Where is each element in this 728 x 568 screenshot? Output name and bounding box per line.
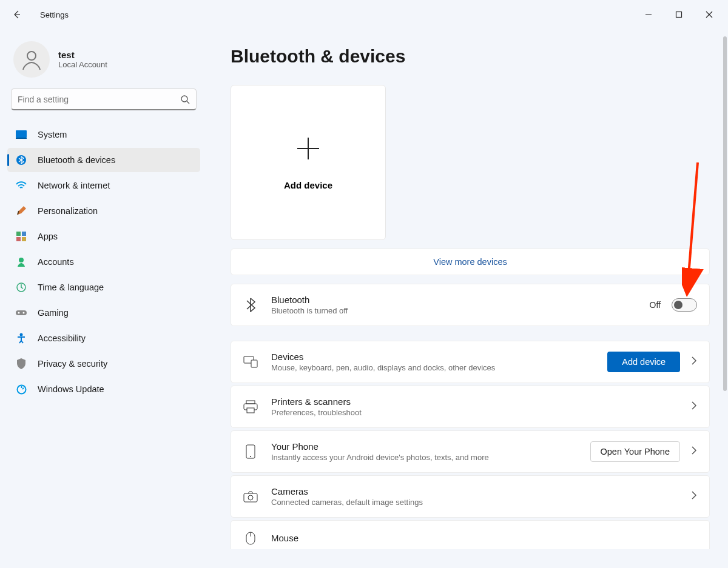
row-title: Printers & scanners bbox=[271, 396, 678, 407]
devices-icon bbox=[243, 356, 258, 368]
row-title: Cameras bbox=[271, 486, 678, 496]
svg-point-13 bbox=[18, 312, 20, 314]
titlebar: Settings bbox=[0, 0, 728, 29]
person-icon bbox=[20, 48, 43, 71]
close-button[interactable] bbox=[695, 5, 723, 24]
nav-label: Apps bbox=[38, 232, 58, 241]
sidebar-item-bluetooth-devices[interactable]: Bluetooth & devices bbox=[7, 148, 200, 172]
nav-label: System bbox=[38, 130, 67, 139]
scrollbar[interactable] bbox=[723, 36, 727, 391]
printer-icon bbox=[243, 400, 258, 413]
nav-label: Time & language bbox=[38, 282, 104, 292]
row-title: Your Phone bbox=[271, 441, 577, 452]
svg-point-23 bbox=[250, 456, 251, 457]
nav-label: Bluetooth & devices bbox=[38, 155, 115, 165]
search-input[interactable] bbox=[11, 89, 197, 110]
svg-rect-9 bbox=[22, 237, 26, 241]
devices-row[interactable]: Devices Mouse, keyboard, pen, audio, dis… bbox=[231, 341, 710, 383]
display-icon bbox=[16, 129, 27, 140]
minimize-button[interactable] bbox=[635, 5, 662, 24]
window-controls bbox=[635, 5, 723, 24]
row-title: Mouse bbox=[271, 533, 697, 543]
account-name: test bbox=[58, 50, 107, 60]
paintbrush-icon bbox=[16, 205, 27, 216]
chevron-right-icon bbox=[691, 356, 697, 368]
nav-label: Personalization bbox=[38, 206, 98, 216]
sidebar-item-time-language[interactable]: Time & language bbox=[7, 275, 200, 299]
clock-globe-icon bbox=[16, 282, 27, 293]
sidebar-item-gaming[interactable]: Gaming bbox=[7, 301, 200, 325]
svg-point-2 bbox=[181, 96, 187, 102]
open-your-phone-button[interactable]: Open Your Phone bbox=[590, 441, 681, 462]
shield-icon bbox=[16, 358, 27, 369]
update-icon bbox=[16, 384, 27, 395]
nav-list: System Bluetooth & devices Network & int… bbox=[7, 122, 200, 401]
search-field[interactable] bbox=[18, 95, 180, 104]
nav-label: Windows Update bbox=[38, 384, 104, 394]
sidebar-item-system[interactable]: System bbox=[7, 122, 200, 147]
svg-rect-12 bbox=[16, 310, 27, 315]
svg-rect-7 bbox=[22, 232, 26, 236]
sidebar-item-network[interactable]: Network & internet bbox=[7, 173, 200, 198]
row-sub: Bluetooth is turned off bbox=[271, 306, 636, 315]
account-icon bbox=[16, 256, 27, 267]
add-device-card[interactable]: Add device bbox=[231, 85, 386, 240]
sidebar-item-accessibility[interactable]: Accessibility bbox=[7, 326, 200, 350]
sidebar-item-apps[interactable]: Apps bbox=[7, 224, 200, 249]
sidebar-item-accounts[interactable]: Accounts bbox=[7, 250, 200, 274]
row-sub: Instantly access your Android device's p… bbox=[271, 453, 577, 462]
nav-label: Network & internet bbox=[38, 181, 110, 190]
bluetooth-icon bbox=[16, 155, 27, 165]
svg-point-25 bbox=[248, 495, 253, 500]
printers-row[interactable]: Printers & scanners Preferences, trouble… bbox=[231, 386, 710, 428]
view-more-devices-link[interactable]: View more devices bbox=[231, 249, 710, 275]
window-title: Settings bbox=[40, 10, 69, 19]
svg-rect-18 bbox=[251, 360, 257, 367]
chevron-right-icon bbox=[691, 446, 697, 458]
svg-point-1 bbox=[27, 52, 36, 60]
chevron-right-icon bbox=[691, 401, 697, 413]
bluetooth-toggle[interactable] bbox=[672, 298, 697, 312]
sidebar-item-windows-update[interactable]: Windows Update bbox=[7, 377, 200, 401]
account-sub: Local Account bbox=[58, 60, 107, 69]
arrow-left-icon bbox=[12, 10, 22, 19]
accessibility-icon bbox=[16, 333, 27, 344]
wifi-icon bbox=[16, 180, 27, 191]
svg-rect-0 bbox=[676, 12, 682, 18]
nav-label: Gaming bbox=[38, 308, 69, 318]
cameras-row[interactable]: Cameras Connected cameras, default image… bbox=[231, 475, 710, 518]
account-block[interactable]: test Local Account bbox=[7, 35, 200, 89]
svg-rect-24 bbox=[244, 493, 257, 502]
svg-rect-3 bbox=[16, 130, 27, 138]
svg-point-10 bbox=[19, 258, 24, 262]
view-more-label: View more devices bbox=[433, 257, 507, 267]
camera-icon bbox=[243, 490, 258, 503]
svg-rect-19 bbox=[246, 401, 255, 404]
gamepad-icon bbox=[16, 307, 27, 318]
row-title: Devices bbox=[271, 352, 594, 362]
back-button[interactable] bbox=[5, 2, 29, 27]
page-title: Bluetooth & devices bbox=[231, 46, 713, 67]
row-sub: Mouse, keyboard, pen, audio, displays an… bbox=[271, 363, 594, 372]
nav-label: Privacy & security bbox=[38, 359, 107, 369]
your-phone-row[interactable]: Your Phone Instantly access your Android… bbox=[231, 430, 710, 473]
svg-rect-6 bbox=[16, 232, 21, 236]
row-sub: Preferences, troubleshoot bbox=[271, 408, 678, 417]
sidebar: test Local Account System Bluetooth & de… bbox=[0, 29, 206, 568]
avatar bbox=[13, 41, 50, 78]
svg-point-14 bbox=[23, 312, 25, 314]
nav-label: Accounts bbox=[38, 257, 74, 267]
maximize-button[interactable] bbox=[665, 5, 693, 24]
search-icon bbox=[180, 95, 190, 104]
mouse-icon bbox=[243, 532, 258, 545]
sidebar-item-personalization[interactable]: Personalization bbox=[7, 199, 200, 223]
add-device-button[interactable]: Add device bbox=[607, 352, 680, 372]
phone-icon bbox=[243, 444, 258, 459]
mouse-row[interactable]: Mouse bbox=[231, 520, 710, 549]
row-sub: Connected cameras, default image setting… bbox=[271, 498, 678, 507]
bluetooth-row: Bluetooth Bluetooth is turned off Off bbox=[231, 284, 710, 326]
plus-icon bbox=[295, 135, 322, 162]
row-title: Bluetooth bbox=[271, 295, 636, 305]
sidebar-item-privacy-security[interactable]: Privacy & security bbox=[7, 352, 200, 376]
svg-point-15 bbox=[20, 333, 23, 336]
